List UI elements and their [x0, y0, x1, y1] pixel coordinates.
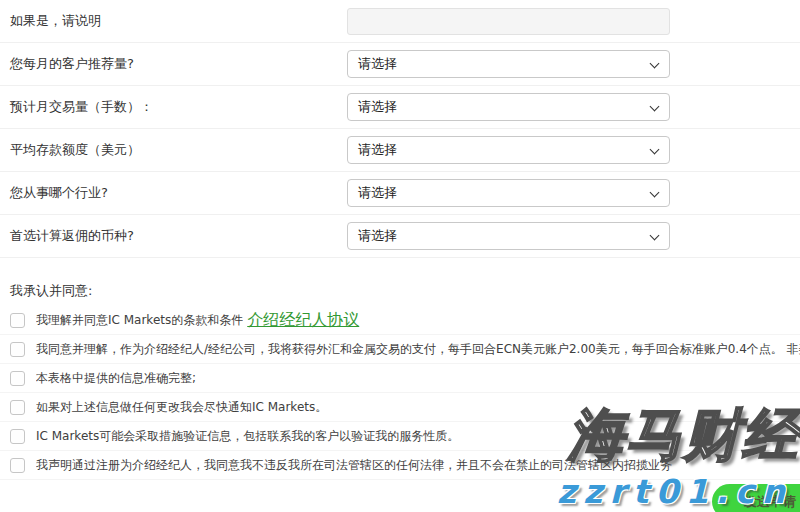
field-label: 您从事哪个行业? — [10, 184, 108, 202]
notify-changes-checkbox[interactable] — [10, 400, 25, 415]
agreement-text: 如果对上述信息做任何更改我会尽快通知IC Markets。 — [36, 399, 327, 416]
monthly-volume-select[interactable]: 请选择 — [347, 93, 670, 121]
agreement-section: 我承认并同意: 我理解并同意IC Markets的条款和条件 介绍经纪人协议 我… — [0, 282, 800, 480]
agreement-item-commission: 我同意并理解，作为介绍经纪人/经纪公司，我将获得外汇和金属交易的支付，每手回合E… — [0, 335, 800, 364]
agreement-text: IC Markets可能会采取措施验证信息，包括联系我的客户以验证我的服务性质。 — [36, 428, 459, 445]
accuracy-checkbox[interactable] — [10, 371, 25, 386]
send-application-button[interactable]: 发送申请 — [712, 484, 800, 512]
commission-checkbox[interactable] — [10, 342, 25, 357]
terms-checkbox[interactable] — [10, 313, 25, 328]
form-row-average-deposit: 平均存款额度（美元） 请选择 — [0, 129, 800, 172]
select-value: 请选择 — [358, 55, 397, 73]
select-value: 请选择 — [358, 141, 397, 159]
agreement-text: 我声明通过注册为介绍经纪人，我同意我不违反我所在司法管辖区的任何法律，并且不会在… — [36, 457, 672, 474]
agreement-text: 我理解并同意IC Markets的条款和条件 — [36, 312, 243, 329]
form-row-if-yes-explain: 如果是，请说明 — [0, 0, 800, 43]
monthly-referrals-select[interactable]: 请选择 — [347, 50, 670, 78]
chevron-down-icon — [650, 59, 660, 69]
field-label: 如果是，请说明 — [10, 12, 101, 30]
rebate-currency-select[interactable]: 请选择 — [347, 222, 670, 250]
ib-application-form-page: 如果是，请说明 您每月的客户推荐量? 请选择 预计月交易量（手数）： 请选择 — [0, 0, 800, 512]
field-label: 您每月的客户推荐量? — [10, 55, 134, 73]
agreement-text: 我同意并理解，作为介绍经纪人/经纪公司，我将获得外汇和金属交易的支付，每手回合E… — [36, 341, 800, 358]
agreement-item-terms: 我理解并同意IC Markets的条款和条件 介绍经纪人协议 — [0, 306, 800, 335]
average-deposit-select[interactable]: 请选择 — [347, 136, 670, 164]
form-row-rebate-currency: 首选计算返佣的币种? 请选择 — [0, 215, 800, 258]
agreement-heading: 我承认并同意: — [10, 282, 800, 300]
field-label: 首选计算返佣的币种? — [10, 227, 134, 245]
field-label: 预计月交易量（手数）： — [10, 98, 153, 116]
form-row-monthly-volume: 预计月交易量（手数）： 请选择 — [0, 86, 800, 129]
ib-agreement-link[interactable]: 介绍经纪人协议 — [247, 310, 359, 331]
form-row-industry: 您从事哪个行业? 请选择 — [0, 172, 800, 215]
if-yes-explain-input[interactable] — [347, 8, 670, 35]
agreement-item-notify-changes: 如果对上述信息做任何更改我会尽快通知IC Markets。 — [0, 393, 800, 422]
agreement-item-jurisdiction: 我声明通过注册为介绍经纪人，我同意我不违反我所在司法管辖区的任何法律，并且不会在… — [0, 451, 800, 480]
form-row-monthly-referrals: 您每月的客户推荐量? 请选择 — [0, 43, 800, 86]
agreement-item-verification: IC Markets可能会采取措施验证信息，包括联系我的客户以验证我的服务性质。 — [0, 422, 800, 451]
agreement-text: 本表格中提供的信息准确完整; — [36, 370, 196, 387]
chevron-down-icon — [650, 145, 660, 155]
chevron-down-icon — [650, 102, 660, 112]
chevron-down-icon — [650, 188, 660, 198]
industry-select[interactable]: 请选择 — [347, 179, 670, 207]
form-section: 如果是，请说明 您每月的客户推荐量? 请选择 预计月交易量（手数）： 请选择 — [0, 0, 800, 258]
verification-checkbox[interactable] — [10, 429, 25, 444]
agreement-item-accuracy: 本表格中提供的信息准确完整; — [0, 364, 800, 393]
select-value: 请选择 — [358, 184, 397, 202]
field-label: 平均存款额度（美元） — [10, 141, 140, 159]
jurisdiction-checkbox[interactable] — [10, 458, 25, 473]
select-value: 请选择 — [358, 98, 397, 116]
chevron-down-icon — [650, 231, 660, 241]
select-value: 请选择 — [358, 227, 397, 245]
